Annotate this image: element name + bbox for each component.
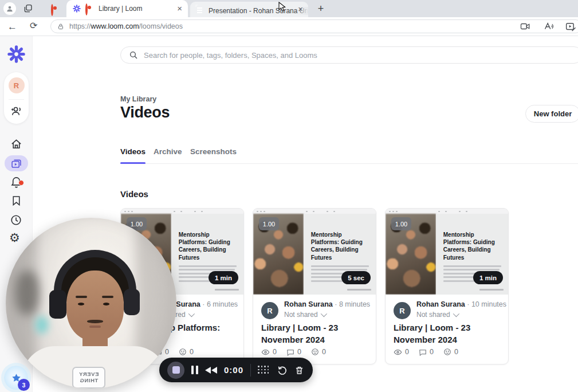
loom-logo[interactable] (7, 45, 25, 65)
video-title[interactable]: Library | Loom - 23 November 2024 (394, 322, 502, 346)
tab-presentation[interactable]: Presentation - Rohan Surana Un × (190, 2, 308, 17)
share-status[interactable]: Not shared (416, 311, 458, 319)
thumbnail-doc-title: Mentorship Platforms: Guiding Careers, B… (311, 231, 369, 261)
rewind-button[interactable] (205, 367, 217, 374)
comments-stat: 0 (286, 348, 301, 356)
eye-icon (394, 348, 402, 356)
recording-timer: 0:00 (224, 365, 243, 375)
tab-library-loom[interactable]: Library | Loom × (66, 0, 188, 17)
emoji-icon (179, 348, 187, 356)
delete-recording-button[interactable] (294, 365, 304, 375)
screen: Library | Loom × Presentation - Rohan Su… (0, 0, 578, 392)
workspaces-icon[interactable] (23, 3, 33, 16)
emoji-icon (443, 348, 451, 356)
page-title: Videos (120, 104, 170, 121)
thumbnail-badge: 1.00 (259, 217, 279, 230)
share-status[interactable]: Not shared (284, 311, 325, 319)
headphone-earcup (49, 290, 66, 319)
url-text: https://www.loom.com/looms/videos (69, 22, 183, 30)
camera-icon[interactable] (520, 22, 530, 33)
user-avatar[interactable]: R (9, 77, 25, 93)
chevron-down-icon (188, 311, 194, 317)
thumbnail-footer-text (347, 289, 371, 291)
stop-recording-button[interactable] (167, 362, 184, 379)
eye-icon (261, 348, 270, 356)
browser-profile-button[interactable] (3, 2, 16, 15)
sidebar-item-bookmarks[interactable] (10, 195, 22, 209)
reactions-stat: 0 (443, 348, 458, 356)
author-avatar[interactable]: R (394, 302, 411, 319)
loom-favicon (73, 5, 81, 15)
lock-icon (57, 23, 64, 30)
tab-archive[interactable]: Archive (154, 147, 182, 156)
divider (120, 163, 578, 164)
duration-badge: 1 min (209, 271, 238, 284)
read-aloud-icon[interactable] (544, 22, 556, 33)
duration-badge: 1 min (473, 271, 503, 284)
comment-icon (286, 348, 294, 356)
sidebar-item-notifications[interactable] (10, 181, 23, 190)
drag-handle-icon[interactable] (258, 366, 270, 374)
reactions-stat: 0 (311, 348, 326, 356)
video-thumbnail[interactable]: Mentorship Platforms: Guiding Careers, B… (386, 209, 508, 295)
notification-badge-dot (18, 180, 24, 186)
background-object (36, 316, 48, 334)
tab-close-icon[interactable]: × (177, 4, 182, 13)
address-bar[interactable]: https://www.loom.com/looms/videos (50, 19, 578, 33)
author-line: Rohan Surana · 10 minutes (416, 300, 506, 308)
stop-icon (172, 366, 180, 374)
shirt-logo: EVERYTHING (72, 367, 105, 389)
video-card[interactable]: Mentorship Platforms: Guiding Careers, B… (385, 208, 509, 364)
background-object (15, 271, 39, 315)
divider (9, 99, 24, 100)
invite-people-icon[interactable] (10, 104, 23, 120)
back-button[interactable]: ← (7, 22, 17, 32)
thumbnail-footer-text (215, 289, 239, 291)
author-line: Rohan Surana · 8 minutes (284, 300, 370, 308)
sidebar-item-settings[interactable]: ⚙ (9, 232, 20, 244)
mouse-cursor (278, 2, 287, 14)
web-capture-icon[interactable] (565, 22, 577, 34)
thumbnail-doc-title: Mentorship Platforms: Guiding Careers, B… (179, 231, 237, 261)
thumbnail-footer-text (479, 289, 504, 291)
comment-icon (419, 348, 427, 356)
recording-indicator-icon (51, 4, 53, 16)
video-card[interactable]: Mentorship Platforms: Guiding Careers, B… (253, 208, 376, 364)
video-title[interactable]: Library | Loom - 23 November 2024 (261, 322, 370, 346)
tab-videos[interactable]: Videos (120, 147, 146, 156)
views-stat: 0 (394, 348, 409, 356)
sidebar-item-history[interactable] (10, 214, 22, 229)
rewards-count-badge: 3 (18, 379, 30, 391)
tab-close-icon[interactable]: × (298, 5, 303, 13)
browser-tab-strip: Library | Loom × Presentation - Rohan Su… (0, 0, 578, 17)
thumbnail-browser-bar (386, 209, 508, 214)
refresh-button[interactable]: ⟳ (30, 21, 37, 30)
duration-badge: 5 sec (341, 271, 371, 284)
tab-recording-icon (85, 3, 88, 15)
tab-screenshots[interactable]: Screenshots (190, 147, 237, 156)
active-tab-underline (120, 162, 146, 164)
section-title: Videos (120, 189, 148, 199)
profile-icon (6, 5, 14, 13)
webcam-bubble[interactable]: EVERYTHING (6, 218, 176, 389)
search-input[interactable]: Search for people, tags, folders, Spaces… (120, 46, 578, 64)
emoji-icon (311, 348, 319, 356)
headphone-earcup (124, 289, 140, 315)
new-tab-button[interactable]: + (314, 2, 327, 15)
tab-title: Library | Loom (99, 5, 170, 13)
recording-control-bar: 0:00 (159, 358, 313, 382)
thumbnail-doc-title: Mentorship Platforms: Guiding Careers, B… (443, 231, 501, 261)
author-avatar[interactable]: R (261, 302, 278, 319)
chevron-down-icon (453, 311, 459, 317)
thumbnail-badge: 1.00 (391, 217, 411, 230)
video-stats: 0 0 0 (394, 348, 458, 356)
restart-recording-button[interactable] (277, 364, 288, 375)
comments-stat: 0 (419, 348, 434, 356)
pause-button[interactable] (191, 366, 198, 374)
new-folder-button[interactable]: New folder (525, 105, 578, 123)
chevron-down-icon (320, 311, 327, 317)
thumbnail-browser-bar (121, 209, 243, 214)
sidebar-item-library[interactable] (5, 155, 28, 171)
sidebar-item-home[interactable] (10, 138, 23, 153)
video-thumbnail[interactable]: Mentorship Platforms: Guiding Careers, B… (253, 209, 376, 295)
